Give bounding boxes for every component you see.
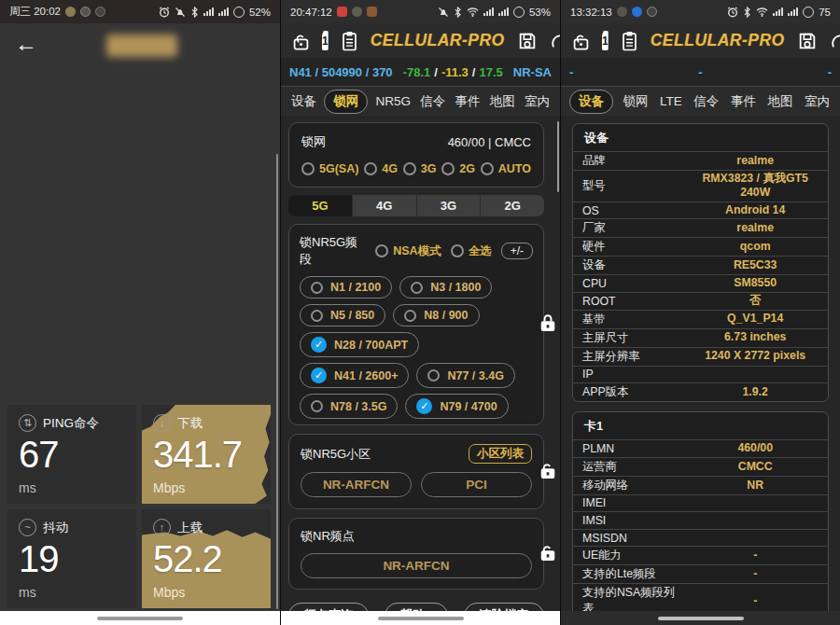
table-row: 运营商CMCC [573,457,828,476]
tab-NR5G[interactable]: NR5G [373,91,413,111]
scrollbar[interactable] [276,154,278,609]
tab-设备[interactable]: 设备 [289,90,318,113]
band-pill-N78[interactable]: N78 / 3.5G [300,394,398,419]
row-label: 厂家 [573,220,682,236]
table-row: APP版本1.9.2 [573,382,828,401]
status-time: 13:32:13 [570,7,612,18]
notification-app-icon [352,7,362,17]
segment-5G[interactable]: 5G [288,195,353,216]
segment-3G[interactable]: 3G [417,195,482,216]
network-mode-text: NR-SA [513,65,552,79]
alarm-icon [727,7,738,18]
radio-icon [427,369,440,382]
band-pill-N3[interactable]: N3 / 1800 [399,276,492,299]
tab-事件[interactable]: 事件 [729,90,758,113]
signal-icon [788,7,798,16]
tab-室内[interactable]: 室内 [523,90,552,113]
tab-地图[interactable]: 地图 [488,90,517,113]
status-bar: 周三 20:02 52% [0,0,280,23]
network-option-2G[interactable]: 2G [441,162,475,175]
band-pill-N28[interactable]: ✓N28 / 700APT [300,332,419,357]
network-option-AUTO[interactable]: AUTO [481,162,531,175]
row-label: IMSI [573,514,682,527]
tab-锁网[interactable]: 锁网 [622,90,651,113]
sim1-icon[interactable]: 1 [322,31,329,50]
select-all-radio[interactable]: 全选 [451,243,492,259]
action-帮助?[interactable]: 帮助? [385,603,447,611]
band-pill-N41[interactable]: ✓N41 / 2600+ [300,363,409,388]
row-value: CMCC [682,460,828,474]
signal-values: - [698,65,702,79]
row-value: 1240 X 2772 pixels [682,349,828,363]
action-清除锁定[interactable]: 清除锁定 [464,603,544,611]
segment-2G[interactable]: 2G [481,195,544,216]
metric-value: 19 [19,538,125,580]
radio-icon [301,162,315,175]
band-pill-N77[interactable]: N77 / 3.4G [416,363,514,388]
nsa-mode-radio[interactable]: NSA模式 [375,243,441,259]
nav-handle[interactable] [658,617,744,620]
lock-closed-icon [539,312,557,339]
metric-value: 67 [19,434,125,476]
device-content: 设备品牌realme型号RMX3823 / 真我GT5 240WOSAndroi… [561,116,840,611]
speedometer-icon[interactable] [550,31,560,51]
network-option-5G(SA)[interactable]: 5G(SA) [301,162,358,175]
segment-4G[interactable]: 4G [353,195,417,216]
nr5g-band-card: 锁NR5G频段 NSA模式 全选 +/- N1 / 2100N3 / 1800N… [288,224,544,425]
tab-锁网[interactable]: 锁网 [324,90,368,114]
row-label: 硬件 [573,239,682,255]
back-button[interactable]: ← [15,33,37,55]
save-icon[interactable] [797,31,818,51]
band-pill-N79[interactable]: ✓N79 / 4700 [405,394,508,419]
network-option-4G[interactable]: 4G [364,162,398,175]
cell-list-button[interactable]: 小区列表 [469,444,532,464]
band-pill-N5[interactable]: N5 / 850 [300,304,385,326]
row-label: 品牌 [573,153,682,169]
checked-icon: ✓ [416,398,432,414]
tab-事件[interactable]: 事件 [453,90,482,113]
notification-app-icon [80,7,91,17]
pci-input-button[interactable]: PCI [421,472,532,497]
sim1-icon[interactable]: 1 [602,31,609,50]
log-clipboard-icon[interactable] [621,30,638,52]
nav-handle[interactable] [97,617,183,620]
table-row: 设备RE5C33 [573,256,828,274]
tab-信令[interactable]: 信令 [418,90,447,113]
table-title: 卡1 [573,412,828,439]
save-icon[interactable] [517,31,538,51]
cell-id-text: N41 / 504990 / 370 [289,65,393,79]
log-clipboard-icon[interactable] [341,30,358,52]
table-row: OSAndroid 14 [573,201,828,219]
row-value: 460/00 [682,441,828,455]
network-option-3G[interactable]: 3G [403,162,437,175]
band-pill-N1[interactable]: N1 / 2100 [300,276,392,299]
scrollbar[interactable] [557,121,559,192]
sim1-table: 卡1PLMN460/00运营商CMCC移动网络NRIMEIIMSIMSISDNU… [572,411,829,611]
radio-label: 3G [421,162,437,175]
network-mode-options: 5G(SA)4G3G2GAUTO [301,162,531,175]
nr-arfcn-input-button[interactable]: NR-ARFCN [301,472,412,497]
gesture-nav-bar [281,611,560,625]
unlock-icon[interactable] [572,30,590,52]
row-label: 基带 [573,312,682,327]
speedometer-icon[interactable] [830,31,840,51]
tab-LTE[interactable]: LTE [658,91,684,111]
tab-设备[interactable]: 设备 [569,90,613,114]
unlock-icon[interactable] [292,30,310,52]
band-label: N8 / 900 [424,309,468,322]
tab-信令[interactable]: 信令 [692,90,721,113]
nr-arfcn-input-button[interactable]: NR-ARFCN [301,553,532,578]
band-pill-N8[interactable]: N8 / 900 [393,304,479,326]
row-label: 移动网络 [573,478,682,493]
band-label: N3 / 1800 [430,281,481,294]
tab-室内[interactable]: 室内 [803,90,832,113]
action-频点查询[interactable]: 频点查询 [288,603,369,611]
nav-handle[interactable] [378,617,464,620]
toolbar: 1 CELLULAR-PRO [561,23,840,58]
network-mode-text: - [828,65,832,79]
status-bar: 20:47:12 53% [281,0,560,23]
tab-地图[interactable]: 地图 [765,90,794,113]
plus-minus-button[interactable]: +/- [501,243,533,259]
radio-icon [403,162,416,175]
download-icon: ↓ [153,414,171,432]
